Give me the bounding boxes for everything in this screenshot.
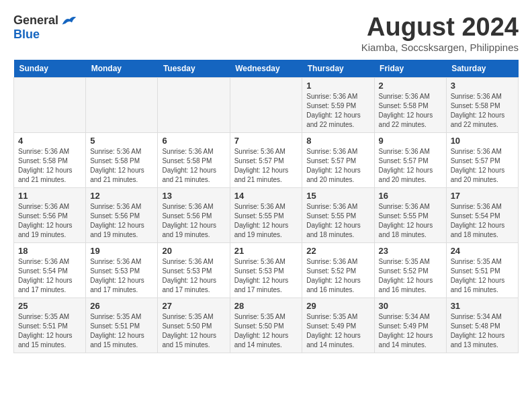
header-thursday: Thursday <box>302 60 374 78</box>
day-number: 29 <box>306 301 369 311</box>
calendar-cell: 13Sunrise: 5:36 AM Sunset: 5:56 PM Dayli… <box>158 187 230 242</box>
calendar-cell: 19Sunrise: 5:36 AM Sunset: 5:53 PM Dayli… <box>86 242 158 298</box>
day-number: 14 <box>234 191 298 201</box>
title-section: August 2024 Kiamba, Soccsksargen, Philip… <box>361 13 519 53</box>
day-info: Sunrise: 5:36 AM Sunset: 5:52 PM Dayligh… <box>306 257 369 295</box>
calendar-cell: 23Sunrise: 5:35 AM Sunset: 5:52 PM Dayli… <box>374 242 446 298</box>
calendar-week-row: 18Sunrise: 5:36 AM Sunset: 5:54 PM Dayli… <box>14 242 519 298</box>
header-wednesday: Wednesday <box>230 60 302 78</box>
calendar-cell: 2Sunrise: 5:36 AM Sunset: 5:58 PM Daylig… <box>374 77 446 132</box>
day-info: Sunrise: 5:36 AM Sunset: 5:57 PM Dayligh… <box>306 147 369 185</box>
calendar-cell: 22Sunrise: 5:36 AM Sunset: 5:52 PM Dayli… <box>302 242 374 298</box>
day-number: 25 <box>18 301 81 311</box>
day-number: 15 <box>306 191 369 201</box>
calendar-cell: 4Sunrise: 5:36 AM Sunset: 5:58 PM Daylig… <box>14 132 86 187</box>
calendar-week-row: 25Sunrise: 5:35 AM Sunset: 5:51 PM Dayli… <box>14 298 519 353</box>
calendar-cell: 14Sunrise: 5:36 AM Sunset: 5:55 PM Dayli… <box>230 187 302 242</box>
day-info: Sunrise: 5:35 AM Sunset: 5:51 PM Dayligh… <box>18 312 81 350</box>
day-info: Sunrise: 5:36 AM Sunset: 5:55 PM Dayligh… <box>379 202 442 240</box>
day-info: Sunrise: 5:36 AM Sunset: 5:56 PM Dayligh… <box>18 202 81 240</box>
day-number: 31 <box>451 301 514 311</box>
day-info: Sunrise: 5:35 AM Sunset: 5:50 PM Dayligh… <box>234 312 298 350</box>
day-number: 26 <box>90 301 153 311</box>
calendar-table: SundayMondayTuesdayWednesdayThursdayFrid… <box>13 60 519 353</box>
day-info: Sunrise: 5:36 AM Sunset: 5:57 PM Dayligh… <box>379 147 442 185</box>
day-number: 28 <box>234 301 298 311</box>
day-number: 4 <box>18 136 81 146</box>
logo: General Blue <box>13 13 77 42</box>
logo-bird-icon <box>61 14 77 28</box>
day-info: Sunrise: 5:36 AM Sunset: 5:54 PM Dayligh… <box>18 257 81 295</box>
header-monday: Monday <box>86 60 158 78</box>
calendar-header-row: SundayMondayTuesdayWednesdayThursdayFrid… <box>14 60 519 78</box>
day-number: 8 <box>306 136 369 146</box>
calendar-cell <box>14 77 86 132</box>
day-info: Sunrise: 5:36 AM Sunset: 5:58 PM Dayligh… <box>451 92 514 130</box>
day-info: Sunrise: 5:36 AM Sunset: 5:53 PM Dayligh… <box>234 257 298 295</box>
calendar-cell <box>230 77 302 132</box>
day-number: 27 <box>162 301 225 311</box>
day-number: 3 <box>451 81 514 91</box>
day-number: 1 <box>306 81 369 91</box>
calendar-week-row: 4Sunrise: 5:36 AM Sunset: 5:58 PM Daylig… <box>14 132 519 187</box>
day-info: Sunrise: 5:34 AM Sunset: 5:48 PM Dayligh… <box>451 312 514 350</box>
page-header: General Blue August 2024 Kiamba, Soccsks… <box>13 13 519 53</box>
day-number: 7 <box>234 136 298 146</box>
day-info: Sunrise: 5:35 AM Sunset: 5:52 PM Dayligh… <box>379 257 442 295</box>
calendar-cell: 3Sunrise: 5:36 AM Sunset: 5:58 PM Daylig… <box>446 77 518 132</box>
day-info: Sunrise: 5:36 AM Sunset: 5:58 PM Dayligh… <box>162 147 225 185</box>
calendar-week-row: 11Sunrise: 5:36 AM Sunset: 5:56 PM Dayli… <box>14 187 519 242</box>
day-info: Sunrise: 5:36 AM Sunset: 5:53 PM Dayligh… <box>90 257 153 295</box>
day-info: Sunrise: 5:36 AM Sunset: 5:58 PM Dayligh… <box>379 92 442 130</box>
calendar-cell: 17Sunrise: 5:36 AM Sunset: 5:54 PM Dayli… <box>446 187 518 242</box>
calendar-cell: 24Sunrise: 5:35 AM Sunset: 5:51 PM Dayli… <box>446 242 518 298</box>
calendar-cell <box>86 77 158 132</box>
day-number: 22 <box>306 246 369 256</box>
day-info: Sunrise: 5:36 AM Sunset: 5:59 PM Dayligh… <box>306 92 369 130</box>
calendar-cell: 27Sunrise: 5:35 AM Sunset: 5:50 PM Dayli… <box>158 298 230 353</box>
calendar-cell: 25Sunrise: 5:35 AM Sunset: 5:51 PM Dayli… <box>14 298 86 353</box>
day-number: 13 <box>162 191 225 201</box>
day-number: 20 <box>162 246 225 256</box>
calendar-cell: 18Sunrise: 5:36 AM Sunset: 5:54 PM Dayli… <box>14 242 86 298</box>
calendar-cell: 26Sunrise: 5:35 AM Sunset: 5:51 PM Dayli… <box>86 298 158 353</box>
day-number: 30 <box>379 301 442 311</box>
day-number: 24 <box>451 246 514 256</box>
day-info: Sunrise: 5:36 AM Sunset: 5:58 PM Dayligh… <box>90 147 153 185</box>
calendar-cell: 11Sunrise: 5:36 AM Sunset: 5:56 PM Dayli… <box>14 187 86 242</box>
calendar-cell: 28Sunrise: 5:35 AM Sunset: 5:50 PM Dayli… <box>230 298 302 353</box>
day-number: 6 <box>162 136 225 146</box>
day-number: 10 <box>451 136 514 146</box>
calendar-cell: 31Sunrise: 5:34 AM Sunset: 5:48 PM Dayli… <box>446 298 518 353</box>
month-title: August 2024 <box>361 13 519 42</box>
day-number: 19 <box>90 246 153 256</box>
calendar-cell: 1Sunrise: 5:36 AM Sunset: 5:59 PM Daylig… <box>302 77 374 132</box>
calendar-cell: 15Sunrise: 5:36 AM Sunset: 5:55 PM Dayli… <box>302 187 374 242</box>
day-info: Sunrise: 5:36 AM Sunset: 5:56 PM Dayligh… <box>162 202 225 240</box>
calendar-cell: 8Sunrise: 5:36 AM Sunset: 5:57 PM Daylig… <box>302 132 374 187</box>
header-sunday: Sunday <box>14 60 86 78</box>
calendar-cell: 6Sunrise: 5:36 AM Sunset: 5:58 PM Daylig… <box>158 132 230 187</box>
day-number: 21 <box>234 246 298 256</box>
header-friday: Friday <box>374 60 446 78</box>
day-number: 2 <box>379 81 442 91</box>
calendar-cell: 5Sunrise: 5:36 AM Sunset: 5:58 PM Daylig… <box>86 132 158 187</box>
calendar-cell: 30Sunrise: 5:34 AM Sunset: 5:49 PM Dayli… <box>374 298 446 353</box>
day-info: Sunrise: 5:36 AM Sunset: 5:54 PM Dayligh… <box>451 202 514 240</box>
calendar-week-row: 1Sunrise: 5:36 AM Sunset: 5:59 PM Daylig… <box>14 77 519 132</box>
day-info: Sunrise: 5:36 AM Sunset: 5:56 PM Dayligh… <box>90 202 153 240</box>
calendar-cell: 21Sunrise: 5:36 AM Sunset: 5:53 PM Dayli… <box>230 242 302 298</box>
calendar-cell: 7Sunrise: 5:36 AM Sunset: 5:57 PM Daylig… <box>230 132 302 187</box>
location: Kiamba, Soccsksargen, Philippines <box>361 42 519 53</box>
day-info: Sunrise: 5:36 AM Sunset: 5:53 PM Dayligh… <box>162 257 225 295</box>
day-info: Sunrise: 5:35 AM Sunset: 5:51 PM Dayligh… <box>451 257 514 295</box>
day-info: Sunrise: 5:35 AM Sunset: 5:51 PM Dayligh… <box>90 312 153 350</box>
day-number: 17 <box>451 191 514 201</box>
day-info: Sunrise: 5:36 AM Sunset: 5:57 PM Dayligh… <box>234 147 298 185</box>
day-info: Sunrise: 5:36 AM Sunset: 5:55 PM Dayligh… <box>306 202 369 240</box>
day-number: 12 <box>90 191 153 201</box>
day-number: 23 <box>379 246 442 256</box>
day-info: Sunrise: 5:35 AM Sunset: 5:49 PM Dayligh… <box>306 312 369 350</box>
header-tuesday: Tuesday <box>158 60 230 78</box>
calendar-cell: 29Sunrise: 5:35 AM Sunset: 5:49 PM Dayli… <box>302 298 374 353</box>
